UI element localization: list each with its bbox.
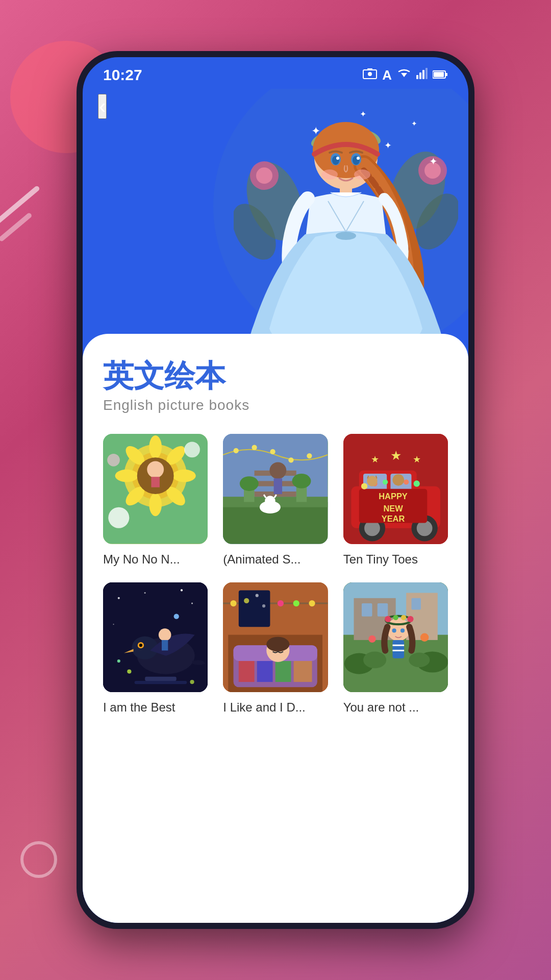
svg-rect-123 xyxy=(257,661,273,682)
book-title-2: (Animated S... xyxy=(223,551,300,567)
sparkle-2: ✦ xyxy=(360,109,366,119)
svg-text:★: ★ xyxy=(390,449,401,462)
sparkle-4: ✦ xyxy=(411,119,417,128)
svg-point-163 xyxy=(368,635,375,642)
sparkle-1: ✦ xyxy=(311,125,320,138)
svg-point-114 xyxy=(117,659,120,663)
book-cover-6 xyxy=(343,582,448,693)
svg-point-155 xyxy=(401,615,406,620)
content-card: 英文绘本 English picture books xyxy=(83,334,468,923)
book-title-6: You are not ... xyxy=(343,699,419,715)
svg-rect-135 xyxy=(239,590,270,627)
svg-rect-144 xyxy=(362,603,372,617)
book-cover-5 xyxy=(223,582,328,693)
svg-point-127 xyxy=(267,637,290,652)
svg-rect-10 xyxy=(445,73,447,76)
phone-frame: 10:27 A xyxy=(77,51,474,929)
svg-point-96 xyxy=(367,476,378,486)
svg-point-45 xyxy=(149,493,162,516)
svg-rect-157 xyxy=(392,640,404,658)
svg-point-137 xyxy=(256,594,259,597)
book-title-3: Ten Tiny Toes xyxy=(343,551,418,567)
sparkle-5: ✦ xyxy=(429,155,438,167)
svg-point-1 xyxy=(368,72,372,76)
category-title-chinese: 英文绘本 xyxy=(103,359,448,393)
book-title-4: I am the Best xyxy=(103,699,175,715)
book-item-5[interactable]: I Like and I D... xyxy=(223,582,328,716)
princess-illustration xyxy=(234,99,458,364)
svg-rect-110 xyxy=(162,640,168,651)
svg-point-87 xyxy=(361,483,367,489)
wifi-icon xyxy=(397,68,411,82)
svg-rect-116 xyxy=(135,681,187,684)
a-status-icon: A xyxy=(382,67,392,83)
svg-point-109 xyxy=(159,628,171,641)
svg-point-53 xyxy=(184,442,200,457)
svg-point-104 xyxy=(113,624,114,625)
svg-point-101 xyxy=(144,592,146,594)
svg-point-43 xyxy=(173,470,196,482)
svg-point-161 xyxy=(400,628,405,632)
svg-point-150 xyxy=(409,652,430,667)
status-bar: 10:27 A xyxy=(83,57,468,89)
svg-point-132 xyxy=(278,600,284,606)
svg-point-64 xyxy=(292,474,311,488)
svg-point-31 xyxy=(357,157,360,160)
book-item-3[interactable]: HAPPY NEW YEAR ★ ★ xyxy=(343,434,448,567)
svg-point-37 xyxy=(336,232,356,240)
svg-point-156 xyxy=(407,616,413,622)
svg-point-50 xyxy=(147,461,164,478)
svg-text:★: ★ xyxy=(370,454,379,464)
svg-text:YEAR: YEAR xyxy=(381,514,405,523)
svg-rect-9 xyxy=(434,72,444,77)
svg-point-134 xyxy=(309,600,315,606)
svg-point-102 xyxy=(181,589,183,591)
svg-point-32 xyxy=(321,169,338,180)
svg-rect-51 xyxy=(151,477,159,487)
svg-point-71 xyxy=(270,449,276,454)
svg-point-160 xyxy=(392,628,396,632)
svg-rect-4 xyxy=(416,75,418,79)
svg-point-62 xyxy=(240,476,259,491)
book-title-1: My No No N... xyxy=(103,551,180,567)
photo-status-icon xyxy=(363,68,377,82)
sparkle-3: ✦ xyxy=(384,140,392,151)
svg-point-54 xyxy=(107,454,120,467)
svg-point-30 xyxy=(336,157,339,160)
svg-point-89 xyxy=(383,479,388,484)
svg-point-108 xyxy=(139,644,142,647)
svg-point-153 xyxy=(385,616,391,622)
svg-point-91 xyxy=(404,479,409,484)
svg-point-52 xyxy=(108,507,129,528)
category-title-english: English picture books xyxy=(103,397,448,413)
svg-point-136 xyxy=(244,598,249,603)
book-cover-2 xyxy=(223,434,328,544)
svg-text:NEW: NEW xyxy=(383,504,403,513)
book-item-6[interactable]: You are not ... xyxy=(343,582,448,716)
svg-point-33 xyxy=(354,169,370,180)
svg-text:★: ★ xyxy=(412,454,420,464)
svg-point-129 xyxy=(231,600,237,606)
book-grid: My No No N... xyxy=(103,434,448,716)
signal-icon xyxy=(416,68,428,82)
book-item-4[interactable]: I am the Best xyxy=(103,582,208,716)
svg-point-100 xyxy=(118,597,120,599)
svg-rect-2 xyxy=(367,68,372,70)
book-item-2[interactable]: (Animated S... xyxy=(223,434,328,567)
book-cover-3: HAPPY NEW YEAR ★ ★ xyxy=(343,434,448,544)
svg-rect-145 xyxy=(377,603,388,617)
svg-point-16 xyxy=(256,167,272,184)
svg-point-111 xyxy=(127,669,131,673)
svg-point-73 xyxy=(307,453,312,458)
watermark: www.51GAME.COM xyxy=(375,902,458,913)
svg-point-154 xyxy=(393,615,398,620)
hero-area: ‹ ✦ ✦ ✦ ✦ ✦ xyxy=(83,89,468,375)
svg-point-97 xyxy=(392,474,404,486)
svg-marker-3 xyxy=(401,73,407,77)
book-title-5: I Like and I D... xyxy=(223,699,305,715)
svg-point-162 xyxy=(420,633,429,641)
back-button[interactable]: ‹ xyxy=(98,94,107,119)
svg-rect-125 xyxy=(294,661,312,682)
svg-text:HAPPY: HAPPY xyxy=(379,492,408,501)
book-item-1[interactable]: My No No N... xyxy=(103,434,208,567)
